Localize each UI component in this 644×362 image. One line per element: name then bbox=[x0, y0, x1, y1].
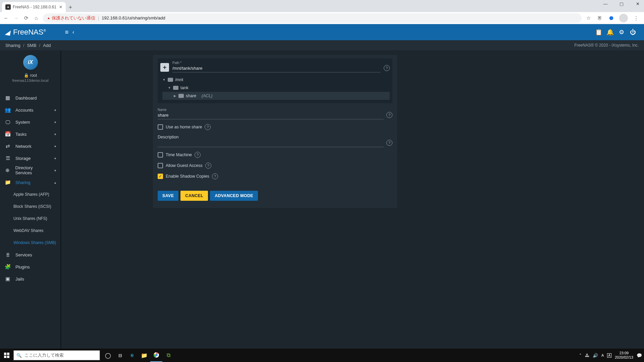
crumb-sharing[interactable]: Sharing bbox=[5, 43, 20, 48]
help-icon[interactable]: ? bbox=[195, 152, 201, 158]
bell-icon[interactable]: 🔔 bbox=[604, 28, 616, 36]
name-input[interactable] bbox=[158, 112, 384, 119]
tree-collapse-icon[interactable]: ▼ bbox=[168, 86, 171, 89]
nav-home-icon[interactable]: ⌂ bbox=[33, 15, 40, 21]
save-button[interactable]: SAVE bbox=[158, 191, 178, 201]
tray-chevron-icon[interactable]: ˄ bbox=[579, 353, 582, 358]
help-icon[interactable]: ? bbox=[205, 163, 211, 169]
taskbar-search[interactable]: 🔍 ここに入力して検索 bbox=[13, 350, 100, 360]
browser-menu-icon[interactable]: ⋮ bbox=[633, 15, 639, 21]
pocket-icon[interactable]: ⛨ bbox=[596, 15, 603, 21]
tab-close-icon[interactable]: ✕ bbox=[59, 5, 62, 9]
tab-title: FreeNAS - 192.168.0.61 bbox=[13, 5, 56, 9]
tray-volume-icon[interactable]: 🔊 bbox=[593, 353, 598, 358]
window-close-icon[interactable]: ✕ bbox=[633, 1, 643, 6]
task-view-icon[interactable]: ◯ bbox=[102, 349, 114, 362]
nav-reload-icon[interactable]: ⟳ bbox=[23, 15, 30, 21]
freenas-app: ◣ FreeNAS® ≡ ‹ 📋 🔔 ⚙ ⏻ Sharing / SMB / A… bbox=[0, 24, 644, 349]
taskbar-vmware[interactable]: ⧉ bbox=[162, 349, 174, 362]
plugins-icon: 🧩 bbox=[5, 264, 11, 270]
tree-node-tank[interactable]: ▼tank bbox=[162, 84, 390, 92]
tray-clock[interactable]: 23:09 2020/02/13 bbox=[615, 351, 633, 360]
tray-ime-icon[interactable]: A bbox=[607, 353, 611, 358]
help-icon[interactable]: ? bbox=[386, 112, 392, 118]
shadow-copies-label: Enable Shadow Copies bbox=[166, 174, 209, 179]
sidebar-item-storage[interactable]: ☰Storage▾ bbox=[0, 152, 61, 164]
chevron-down-icon: ▾ bbox=[54, 157, 56, 160]
collapse-chevron-icon[interactable]: ‹ bbox=[72, 29, 80, 35]
taskbar-edge[interactable]: e bbox=[126, 349, 138, 362]
sidebar-sub-smb[interactable]: Windows Shares (SMB) bbox=[0, 237, 61, 249]
sidebar-item-services[interactable]: 🎚Services bbox=[0, 249, 61, 261]
path-input[interactable] bbox=[172, 65, 380, 72]
description-input[interactable] bbox=[158, 139, 384, 147]
clipboard-icon[interactable]: 📋 bbox=[593, 28, 604, 36]
home-share-checkbox[interactable] bbox=[158, 124, 163, 130]
menu-toggle-icon[interactable]: ≡ bbox=[61, 29, 72, 36]
shadow-copies-row[interactable]: ✓ Enable Shadow Copies ? bbox=[158, 173, 392, 179]
tasks-icon: 📅 bbox=[5, 131, 11, 137]
tree-node-mnt[interactable]: ▼/mnt bbox=[162, 76, 390, 84]
url-text: 192.168.0.61/ui/sharing/smb/add bbox=[102, 15, 165, 20]
sidebar-user: 🔒root bbox=[24, 73, 37, 78]
taskbar-chrome[interactable] bbox=[150, 349, 162, 362]
path-tree: ▼/mnt ▼tank ▶share (ACL) bbox=[160, 76, 390, 100]
address-bar[interactable]: 保護されていない通信 | 192.168.0.61/ui/sharing/smb… bbox=[43, 13, 582, 23]
nav-forward-icon[interactable]: → bbox=[13, 15, 19, 21]
cortana-icon[interactable]: ⊟ bbox=[114, 349, 126, 362]
sidebar-sub-iscsi[interactable]: Block Shares (iSCSI) bbox=[0, 200, 61, 213]
tree-node-share[interactable]: ▶share (ACL) bbox=[162, 92, 390, 100]
smb-add-form: + Path * ? ▼/mnt ▼tank ▶share (ACL) bbox=[153, 55, 397, 208]
sidebar-item-sharing[interactable]: 📁Sharing▴ bbox=[0, 176, 61, 188]
sidebar-item-accounts[interactable]: 👥Accounts▾ bbox=[0, 104, 61, 116]
advanced-mode-button[interactable]: ADVANCED MODE bbox=[210, 191, 258, 201]
new-tab-button[interactable]: + bbox=[66, 3, 75, 12]
extension-icon[interactable]: ⬣ bbox=[608, 15, 614, 21]
sidebar-item-tasks[interactable]: 📅Tasks▾ bbox=[0, 128, 61, 140]
help-icon[interactable]: ? bbox=[386, 140, 392, 146]
taskbar-explorer[interactable]: 📁 bbox=[138, 349, 150, 362]
tray-notifications-icon[interactable]: 💬 bbox=[637, 353, 642, 358]
tree-expand-icon[interactable]: ▶ bbox=[173, 94, 176, 98]
lock-icon: 🔒 bbox=[24, 73, 29, 78]
cancel-button[interactable]: CANCEL bbox=[180, 191, 208, 201]
sidebar-item-plugins[interactable]: 🧩Plugins bbox=[0, 261, 61, 273]
sidebar-item-network[interactable]: ⇄Network▾ bbox=[0, 140, 61, 152]
sidebar-item-jails[interactable]: ▣Jails bbox=[0, 273, 61, 285]
sidebar-sub-afp[interactable]: Apple Shares (AFP) bbox=[0, 188, 61, 200]
time-machine-row[interactable]: Time Machine ? bbox=[158, 152, 392, 158]
profile-avatar[interactable] bbox=[619, 14, 628, 22]
sidebar-sub-nfs[interactable]: Unix Shares (NFS) bbox=[0, 213, 61, 225]
home-share-row[interactable]: Use as home share ? bbox=[158, 124, 392, 130]
sidebar-item-dashboard[interactable]: ▦Dashboard bbox=[0, 92, 61, 104]
sidebar-host: freenas113demo.local bbox=[12, 78, 48, 82]
sidebar-item-directory[interactable]: ⊕Directory Services▾ bbox=[0, 164, 61, 176]
brand-logo[interactable]: ◣ FreeNAS® bbox=[5, 28, 61, 37]
sidebar-sub-webdav[interactable]: WebDAV Shares bbox=[0, 225, 61, 237]
time-machine-checkbox[interactable] bbox=[158, 152, 163, 158]
path-add-button[interactable]: + bbox=[160, 63, 169, 72]
dashboard-icon: ▦ bbox=[5, 95, 11, 101]
guest-access-row[interactable]: Allow Guest Access ? bbox=[158, 163, 392, 169]
window-minimize-icon[interactable]: — bbox=[600, 1, 610, 6]
folder-icon bbox=[178, 94, 184, 98]
shadow-copies-checkbox[interactable]: ✓ bbox=[158, 174, 163, 179]
svg-rect-1 bbox=[7, 353, 9, 355]
start-button[interactable] bbox=[0, 349, 13, 362]
guest-access-checkbox[interactable] bbox=[158, 163, 163, 168]
power-icon[interactable]: ⏻ bbox=[627, 29, 639, 36]
help-icon[interactable]: ? bbox=[384, 65, 390, 71]
help-icon[interactable]: ? bbox=[212, 173, 218, 179]
tree-collapse-icon[interactable]: ▼ bbox=[162, 78, 166, 81]
tray-ime-a-icon[interactable]: A bbox=[601, 353, 604, 357]
sidebar-item-system[interactable]: 🖵System▾ bbox=[0, 116, 61, 128]
browser-tab[interactable]: ✦ FreeNAS - 192.168.0.61 ✕ bbox=[2, 2, 66, 12]
nav-back-icon[interactable]: ← bbox=[3, 15, 9, 21]
chevron-down-icon: ▾ bbox=[54, 108, 56, 112]
help-icon[interactable]: ? bbox=[205, 124, 211, 130]
window-maximize-icon[interactable]: ▢ bbox=[616, 1, 627, 6]
bookmark-star-icon[interactable]: ☆ bbox=[585, 15, 592, 21]
crumb-smb[interactable]: SMB bbox=[27, 43, 36, 48]
tray-network-icon[interactable]: 🖧 bbox=[585, 353, 589, 358]
gear-icon[interactable]: ⚙ bbox=[616, 28, 627, 36]
